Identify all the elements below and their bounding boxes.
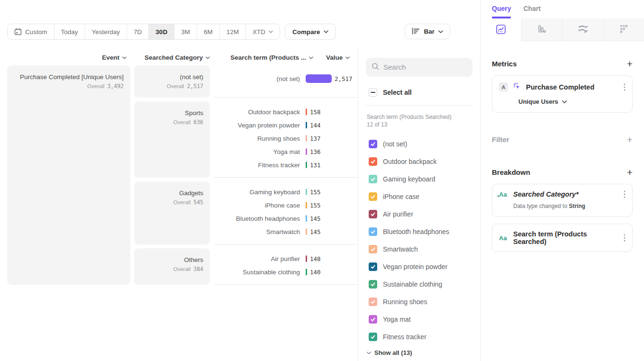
table-row[interactable]: Air purifier148	[214, 252, 358, 265]
table-row[interactable]: Fitness tracker131	[214, 158, 358, 171]
tab-chart[interactable]: Chart	[523, 5, 541, 18]
table-row[interactable]: (not set)2,517	[214, 72, 358, 85]
category-card[interactable]: SportsOverall636	[134, 101, 210, 178]
line-chart-tab[interactable]	[481, 18, 522, 41]
date-range-yesterday[interactable]: Yesterday	[85, 24, 127, 39]
chart-type-dropdown[interactable]: Bar	[405, 24, 450, 39]
string-property-icon: Aa*	[499, 191, 508, 198]
kebab-menu-icon[interactable]	[624, 234, 626, 242]
table-row[interactable]: Running shoes137	[214, 132, 358, 145]
breakdown-items: Aa*Searched Category*Data type changed t…	[492, 184, 633, 252]
chart-type-tabs	[481, 18, 644, 41]
filter-item[interactable]: Fitness tracker	[366, 328, 472, 345]
tab-query[interactable]: Query	[492, 5, 511, 18]
breakdown-card[interactable]: AaSearch term (Products Searched)	[492, 224, 633, 252]
measure-dropdown[interactable]: Unique Users	[518, 98, 626, 105]
table-row[interactable]: iPhone case155	[214, 199, 358, 212]
filter-item[interactable]: Running shoes	[366, 293, 472, 310]
term-label: Gaming keyboard	[214, 189, 300, 196]
checkbox-checked[interactable]	[369, 315, 377, 324]
select-all-row[interactable]: Select all	[369, 88, 472, 97]
value-bar	[306, 74, 332, 83]
value-bar	[306, 189, 307, 195]
filter-item[interactable]: Vegan protein powder	[366, 258, 472, 275]
search-box[interactable]	[366, 58, 472, 77]
kebab-menu-icon[interactable]	[624, 190, 626, 198]
breakdown-card[interactable]: Aa*Searched Category*Data type changed t…	[492, 184, 633, 217]
checkbox-checked[interactable]	[369, 227, 377, 236]
column-header-search-term[interactable]: Search term (Products ...	[227, 54, 313, 61]
checkbox-checked[interactable]	[369, 140, 377, 148]
select-all-checkbox[interactable]	[369, 88, 377, 97]
bar-chart-tab[interactable]	[522, 18, 563, 41]
term-label: Running shoes	[214, 135, 300, 142]
event-card[interactable]: Purchase Completed [Unique Users] Overal…	[7, 65, 130, 285]
category-card[interactable]: OthersOverall384	[134, 248, 210, 285]
event-column: Purchase Completed [Unique Users] Overal…	[7, 65, 130, 285]
checkbox-checked[interactable]	[369, 192, 377, 201]
checkbox-checked[interactable]	[369, 210, 377, 218]
date-range-30d[interactable]: 30D	[149, 24, 174, 39]
checkbox-checked[interactable]	[369, 280, 377, 289]
table-row[interactable]: Bluetooth headphones145	[214, 212, 358, 225]
checkbox-checked[interactable]	[369, 175, 377, 183]
checkbox-checked[interactable]	[369, 298, 377, 306]
filter-item-label: Sustainable clothing	[383, 280, 442, 288]
column-header-value[interactable]: Value	[326, 54, 350, 61]
search-input[interactable]	[383, 63, 467, 71]
add-metric-button[interactable]: +	[627, 59, 633, 69]
filter-item[interactable]: (not set)	[366, 135, 472, 153]
show-all-toggle[interactable]: Show all (13)	[367, 349, 472, 356]
filter-item[interactable]: Outdoor backpack	[366, 153, 472, 170]
chevron-down-icon	[438, 30, 443, 33]
date-range-7d[interactable]: 7D	[127, 24, 149, 39]
event-name: Purchase Completed [Unique Users]	[14, 73, 124, 81]
compare-button[interactable]: Compare	[285, 24, 336, 40]
table-row[interactable]: Outdoor backpack158	[214, 105, 358, 118]
term-label: (not set)	[214, 75, 300, 82]
term-label: Smartwatch	[214, 228, 300, 235]
table-row[interactable]: Yoga mat136	[214, 145, 358, 158]
table-row[interactable]: Gaming keyboard155	[214, 185, 358, 199]
term-label: Vegan protein powder	[214, 122, 300, 129]
date-range-3m[interactable]: 3M	[174, 24, 197, 39]
filter-items: (not set)Outdoor backpackGaming keyboard…	[366, 135, 472, 345]
breakdown-note: Data type changed to String	[513, 203, 626, 209]
filter-item[interactable]: Sustainable clothing	[366, 275, 472, 293]
category-card[interactable]: (not set)Overall2,517	[134, 65, 210, 98]
column-header-event[interactable]: Event	[7, 54, 127, 61]
filter-item[interactable]: Gaming keyboard	[366, 170, 472, 188]
checkbox-checked[interactable]	[369, 262, 377, 271]
date-range-custom[interactable]: Custom	[8, 24, 54, 39]
column-headers: Event Searched Category Search term (Pro…	[7, 54, 358, 61]
kebab-menu-icon[interactable]	[624, 83, 626, 91]
filter-item[interactable]: Bluetooth headphones	[366, 223, 472, 240]
filter-list-label: Search term (Products Searched) 12 of 13	[367, 113, 454, 128]
filter-item-label: Smartwatch	[383, 245, 418, 253]
date-range-today[interactable]: Today	[54, 24, 85, 39]
column-header-searched-category[interactable]: Searched Category	[134, 54, 210, 61]
checkbox-checked[interactable]	[369, 245, 377, 253]
date-range-12m[interactable]: 12M	[220, 24, 246, 39]
checkbox-checked[interactable]	[369, 333, 377, 341]
value-bar	[306, 269, 307, 275]
filter-item[interactable]: Air purifier	[366, 205, 472, 223]
filter-item[interactable]: Smartwatch	[366, 240, 472, 258]
date-range-6m[interactable]: 6M	[197, 24, 220, 39]
category-card[interactable]: GadgetsOverall545	[134, 181, 210, 244]
flow-tab[interactable]	[562, 18, 604, 41]
checkbox-checked[interactable]	[369, 157, 377, 166]
date-range-xtd[interactable]: XTD	[246, 24, 280, 39]
term-rows: (not set)2,517	[214, 65, 358, 98]
term-label: Outdoor backpack	[214, 108, 300, 116]
filter-item[interactable]: Yoga mat	[366, 310, 472, 328]
table-row[interactable]: Vegan protein powder144	[214, 118, 358, 132]
table-row[interactable]: Smartwatch145	[214, 225, 358, 238]
table-row[interactable]: Sustainable clothing140	[214, 265, 358, 279]
add-breakdown-button[interactable]: +	[627, 167, 633, 177]
metric-card[interactable]: A Purchase Completed Un	[492, 75, 633, 113]
grid-dots-tab[interactable]	[604, 18, 644, 41]
filter-item[interactable]: iPhone case	[366, 188, 472, 205]
value-bar	[306, 135, 307, 142]
add-filter-button[interactable]: +	[627, 135, 633, 144]
